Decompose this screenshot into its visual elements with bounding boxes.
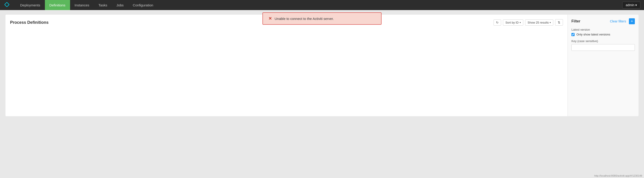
sort-order-icon: ⇅ <box>558 20 560 24</box>
latest-version-checkbox[interactable] <box>572 33 574 36</box>
filter-latest-version-section: Latest version Only show latest versions <box>572 28 635 36</box>
nav-item-tasks[interactable]: Tasks <box>94 0 112 10</box>
key-filter-input[interactable] <box>572 44 635 51</box>
show-results-caret-icon: ▾ <box>550 21 551 24</box>
latest-version-checkbox-label: Only show latest versions <box>576 33 610 36</box>
panel-toolbar: ↻ Sort by ID ▾ Show 25 results ▾ ⇅ <box>494 19 563 26</box>
clear-filters-button[interactable]: Clear filters <box>610 19 626 23</box>
navbar: Deployments Definitions Instances Tasks … <box>0 0 644 10</box>
error-message: Unable to connect to the Activiti server… <box>274 17 334 20</box>
navbar-right: admin ▾ <box>622 1 640 8</box>
sort-order-button[interactable]: ⇅ <box>555 19 563 26</box>
key-filter-label: Key (case sensitive) <box>572 39 635 43</box>
refresh-icon: ↻ <box>496 21 498 24</box>
definitions-list-empty <box>10 29 563 112</box>
nav-item-instances[interactable]: Instances <box>70 0 94 10</box>
nav-item-definitions[interactable]: Definitions <box>45 0 70 10</box>
nav-menu: Deployments Definitions Instances Tasks … <box>16 0 158 10</box>
url-bar: http://localhost:8080/activiti-app/#/123… <box>594 174 642 177</box>
error-close-icon[interactable]: ✕ <box>268 16 272 21</box>
filter-actions: Clear filters + <box>610 18 635 24</box>
nav-item-configuration[interactable]: Configuration <box>128 0 158 10</box>
panel-title: Process Definitions <box>10 20 494 25</box>
filter-key-section: Key (case sensitive) <box>572 39 635 51</box>
svg-rect-0 <box>4 2 9 7</box>
sort-label: Sort by ID <box>506 21 519 24</box>
show-results-label: Show 25 results <box>528 21 549 24</box>
error-alert: ✕ Unable to connect to the Activiti serv… <box>262 12 382 25</box>
refresh-button[interactable]: ↻ <box>494 19 501 26</box>
nav-item-jobs[interactable]: Jobs <box>112 0 128 10</box>
process-definitions-panel: Process Definitions ↻ Sort by ID ▾ Show … <box>6 15 568 116</box>
latest-version-checkbox-row[interactable]: Only show latest versions <box>572 33 635 36</box>
filter-header: Filter Clear filters + <box>572 18 635 24</box>
admin-menu-button[interactable]: admin ▾ <box>622 1 640 8</box>
nav-item-deployments[interactable]: Deployments <box>16 0 45 10</box>
main-content: ✕ Unable to connect to the Activiti serv… <box>0 10 644 121</box>
sort-caret-icon: ▾ <box>520 21 521 24</box>
filter-title: Filter <box>572 19 580 23</box>
app-logo[interactable] <box>4 1 10 9</box>
latest-version-label: Latest version <box>572 28 635 31</box>
add-filter-button[interactable]: + <box>629 18 635 24</box>
sort-button[interactable]: Sort by ID ▾ <box>503 19 523 26</box>
show-results-button[interactable]: Show 25 results ▾ <box>525 19 554 26</box>
panel-layout: Process Definitions ↻ Sort by ID ▾ Show … <box>6 15 638 116</box>
filter-panel: Filter Clear filters + Latest version On… <box>568 15 638 116</box>
